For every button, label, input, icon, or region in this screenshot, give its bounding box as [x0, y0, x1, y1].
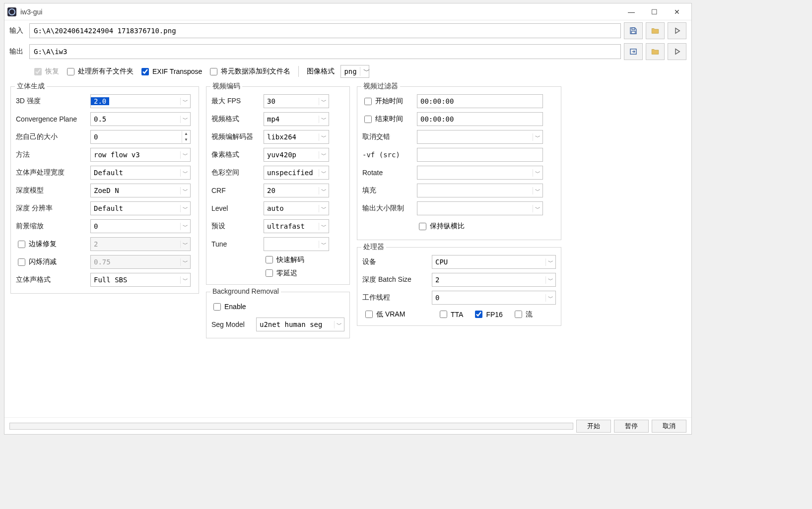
browse-output-button[interactable] [646, 43, 665, 60]
cancel-button[interactable]: 取消 [652, 420, 686, 433]
depth-res-combo[interactable]: Default﹀ [90, 201, 191, 215]
video-format-label: 视频格式 [211, 115, 264, 124]
strength-combo[interactable]: 2.0﹀ [90, 94, 191, 108]
pause-button[interactable]: 暂停 [614, 420, 649, 433]
worker-threads-combo[interactable]: 0﹀ [432, 291, 556, 305]
flicker-checkbox[interactable]: 闪烁消减 [16, 257, 90, 267]
bg-removal-panel: Background Removal Enable Seg Modelu2net… [206, 292, 350, 338]
video-codec-combo[interactable]: libx264﹀ [264, 130, 329, 144]
keep-aspect-checkbox[interactable]: 保持纵横比 [417, 221, 465, 232]
end-time-field[interactable] [417, 112, 543, 126]
up-icon[interactable]: ▲ [182, 131, 190, 137]
start-time-field[interactable] [417, 94, 543, 108]
seg-model-combo[interactable]: u2net_human_seg﹀ [256, 318, 344, 331]
stereo-format-combo[interactable]: Full SBS﹀ [90, 273, 191, 287]
chevron-down-icon: ﹀ [334, 321, 344, 328]
fg-zoom-combo[interactable]: 0﹀ [90, 219, 191, 233]
chevron-down-icon: ﹀ [180, 258, 190, 266]
panel-title: 处理器 [361, 243, 386, 252]
app-window: iw3-gui — ☐ ✕ 输入 输出 恢复 处理 [4, 3, 692, 435]
video-filter-panel: 视频过滤器 开始时间 结束时间 取消交错﹀ -vf (src) Rotate﹀ … [357, 86, 561, 240]
minimize-button[interactable]: — [620, 3, 643, 20]
start-button[interactable]: 开始 [576, 420, 611, 433]
video-format-combo[interactable]: mp4﹀ [264, 112, 329, 126]
bg-enable-checkbox[interactable]: Enable [211, 302, 246, 312]
level-combo[interactable]: auto﹀ [264, 201, 329, 215]
end-time-checkbox[interactable]: 结束时间 [362, 114, 417, 125]
flicker-combo: 0.75﹀ [90, 255, 191, 269]
strength-label: 3D 强度 [16, 97, 90, 106]
browse-input-button[interactable] [646, 22, 665, 39]
panel-title: 视频编码 [210, 82, 242, 91]
process-subfolders-checkbox[interactable]: 处理所有子文件夹 [65, 66, 134, 77]
convergence-label: Convergence Plane [16, 115, 90, 123]
batch-size-label: 深度 Batch Size [362, 275, 432, 284]
colorspace-combo[interactable]: unspecified﹀ [264, 166, 329, 180]
preset-combo[interactable]: ultrafast﹀ [264, 219, 329, 233]
colorspace-label: 色彩空间 [211, 168, 264, 177]
close-button[interactable]: ✕ [666, 3, 688, 20]
batch-size-combo[interactable]: 2﹀ [432, 273, 556, 287]
max-fps-combo[interactable]: 30﹀ [264, 94, 329, 108]
tune-combo[interactable]: ﹀ [264, 237, 329, 251]
panels: 立体生成 3D 强度2.0﹀ Convergence Plane0.5﹀ 您自己… [4, 81, 691, 343]
edge-repair-combo: 2﹀ [90, 237, 191, 251]
output-row: 输出 [4, 41, 691, 62]
seg-model-label: Seg Model [211, 320, 256, 328]
chevron-down-icon: ﹀ [319, 241, 329, 248]
restore-checkbox[interactable]: 恢复 [32, 66, 59, 77]
save-file-button[interactable] [624, 22, 643, 39]
method-combo[interactable]: row_flow_v3﹀ [90, 148, 191, 162]
method-label: 方法 [16, 150, 90, 159]
crf-combo[interactable]: 20﹀ [264, 184, 329, 197]
pad-combo[interactable]: ﹀ [417, 184, 543, 197]
play-input-button[interactable] [668, 22, 686, 39]
chevron-down-icon: ﹀ [319, 151, 329, 159]
fp16-checkbox[interactable]: FP16 [473, 309, 502, 319]
level-label: Level [211, 204, 264, 212]
vf-src-field[interactable] [417, 148, 543, 162]
convergence-combo[interactable]: 0.5﹀ [90, 112, 191, 126]
processor-panel: 处理器 设备CPU﹀ 深度 Batch Size2﹀ 工作线程0﹀ 低 VRAM… [357, 247, 561, 326]
stereo-gen-panel: 立体生成 3D 强度2.0﹀ Convergence Plane0.5﹀ 您自己… [10, 86, 199, 294]
stereo-width-combo[interactable]: Default﹀ [90, 166, 191, 180]
fast-decode-checkbox[interactable]: 快速解码 [264, 254, 304, 265]
chevron-down-icon: ﹀ [180, 205, 190, 212]
chevron-down-icon: ﹀ [533, 205, 542, 212]
depth-model-combo[interactable]: ZoeD_N﹀ [90, 184, 191, 197]
vf-src-label: -vf (src) [362, 151, 417, 159]
max-fps-label: 最大 FPS [211, 97, 264, 106]
pad-label: 填充 [362, 186, 417, 195]
play-output-button[interactable] [668, 43, 686, 60]
chevron-down-icon: ﹀ [319, 116, 329, 123]
deinterlace-combo[interactable]: ﹀ [417, 130, 543, 144]
chevron-down-icon: ﹀ [180, 116, 190, 123]
input-path-field[interactable] [29, 23, 621, 38]
pix-fmt-combo[interactable]: yuv420p﹀ [264, 148, 329, 162]
image-format-combo[interactable]: png﹀ [340, 65, 369, 78]
append-metadata-checkbox[interactable]: 将元数据添加到文件名 [208, 66, 290, 77]
chevron-down-icon: ﹀ [319, 187, 329, 194]
save-output-button[interactable] [624, 43, 643, 60]
stream-checkbox[interactable]: 流 [513, 309, 533, 319]
edge-repair-checkbox[interactable]: 边缘修复 [16, 239, 90, 250]
maximize-button[interactable]: ☐ [643, 3, 666, 20]
output-path-field[interactable] [29, 44, 621, 59]
own-size-spinner[interactable]: ▲▼ [90, 130, 191, 144]
start-time-checkbox[interactable]: 开始时间 [362, 96, 417, 107]
divider [298, 66, 299, 77]
exif-transpose-checkbox[interactable]: EXIF Transpose [139, 66, 202, 77]
panel-title: 立体生成 [15, 82, 47, 91]
window-title: iw3-gui [20, 8, 42, 16]
down-icon[interactable]: ▼ [182, 137, 190, 143]
low-vram-checkbox[interactable]: 低 VRAM [363, 309, 428, 319]
fg-zoom-label: 前景缩放 [16, 222, 90, 231]
zero-latency-checkbox[interactable]: 零延迟 [264, 268, 297, 278]
out-size-limit-combo[interactable]: ﹀ [417, 201, 543, 215]
input-row: 输入 [4, 20, 691, 41]
save-icon [629, 26, 638, 35]
device-combo[interactable]: CPU﹀ [432, 255, 556, 269]
chevron-down-icon: ﹀ [360, 67, 369, 76]
tta-checkbox[interactable]: TTA [438, 309, 463, 319]
rotate-combo[interactable]: ﹀ [417, 166, 543, 180]
